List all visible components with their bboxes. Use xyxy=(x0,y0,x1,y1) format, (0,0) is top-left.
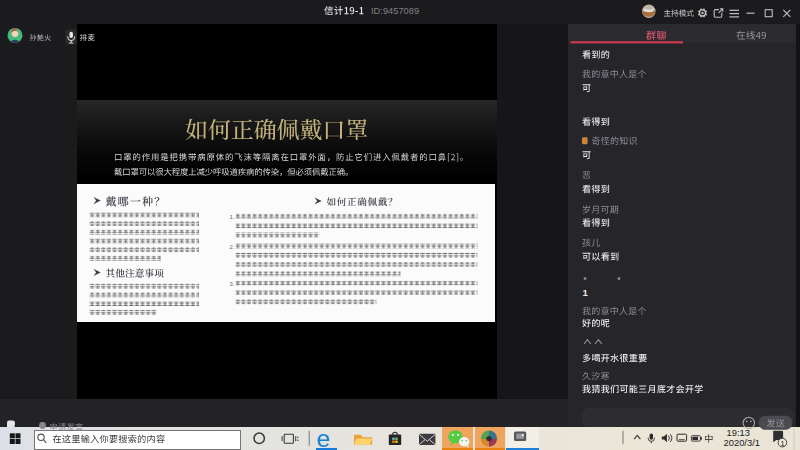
svg-text:2.: 2. xyxy=(230,244,235,250)
svg-text:19:13: 19:13 xyxy=(727,427,750,438)
svg-text:3.: 3. xyxy=(230,281,235,287)
svg-text:2020/3/1: 2020/3/1 xyxy=(724,437,761,448)
svg-text:1.: 1. xyxy=(230,214,235,220)
svg-text:ID:9457089: ID:9457089 xyxy=(371,6,419,16)
svg-text:1: 1 xyxy=(781,439,785,448)
svg-text:e: e xyxy=(317,425,331,450)
svg-text:1: 1 xyxy=(583,287,589,298)
